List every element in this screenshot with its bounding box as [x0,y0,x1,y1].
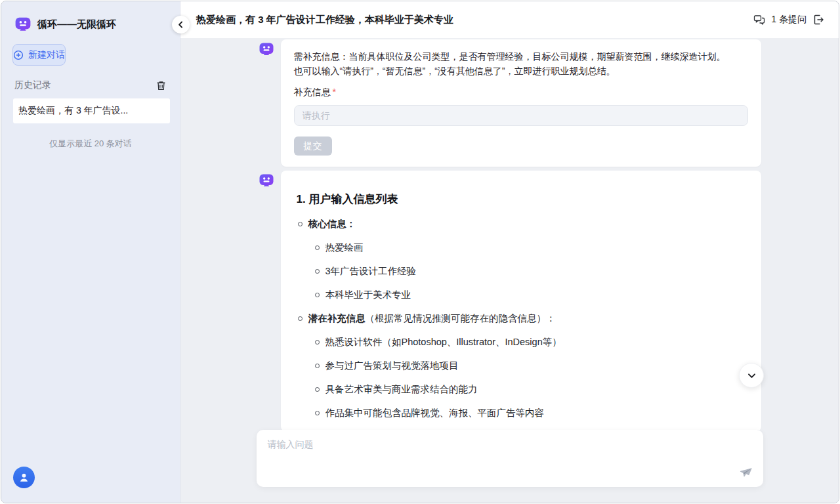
clear-history-button[interactable] [156,80,167,91]
form-message-line2: 也可以输入“请执行”，“暂无信息”，“没有其他信息了”，立即进行职业规划总结。 [294,64,748,78]
bot-avatar-icon [259,39,274,167]
question-count: 1 条提问 [771,14,807,26]
composer-box [257,430,763,487]
list-item: 作品集中可能包含品牌视觉、海报、平面广告等内容 [326,406,746,420]
trash-icon [156,80,167,91]
exit-button[interactable] [812,14,824,26]
list-item: 潜在补充信息（根据常见情况推测可能存在的隐含信息）： [308,312,746,326]
sidebar: 循环——无限循环 新建对话 历史记录 热爱绘画，有 3 年广告设... 仅显示最… [1,1,180,503]
app-title: 循环——无限循环 [37,18,116,31]
list-item: 具备艺术审美与商业需求结合的能力 [326,383,746,396]
summary-heading-1: 1. 用户输入信息列表 [297,192,746,207]
scroll-to-bottom-button[interactable] [739,363,764,388]
main-area: 热爱绘画，有 3 年广告设计工作经验，本科毕业于美术专业 1 条提问 [180,1,839,503]
list-item: 熟悉设计软件（如Photoshop、Illustrator、InDesign等） [326,335,746,349]
form-message-line1: 需补充信息：当前具体职位及公司类型，是否有管理经验，目标公司规模，期望薪资范围，… [294,49,748,64]
chevron-down-icon [747,371,757,381]
header-actions: 1 条提问 [753,14,824,26]
conversation-title: 热爱绘画，有 3 年广告设计工作经验，本科毕业于美术专业 [196,14,453,26]
person-icon [18,471,30,484]
composer-area [180,430,839,503]
summary-card: 1. 用户输入信息列表 核心信息： 热爱绘画 3年广告设计工作经验 本科毕业于美… [281,171,761,430]
bot-logo-icon [14,16,32,33]
form-card: 需补充信息：当前具体职位及公司类型，是否有管理经验，目标公司规模，期望薪资范围，… [281,39,761,167]
new-chat-button[interactable]: 新建对话 [12,44,66,66]
user-avatar[interactable] [13,467,35,488]
list-item: 本科毕业于美术专业 [326,288,746,302]
required-mark: * [333,87,336,97]
question-input[interactable] [257,430,763,487]
history-item[interactable]: 热爱绘画，有 3 年广告设... [13,98,170,123]
list-item: 核心信息： [308,217,746,231]
history-label: 历史记录 [14,79,51,91]
send-button[interactable] [738,465,753,480]
bot-avatar-icon [259,171,274,430]
paper-plane-icon [738,465,753,480]
summary-list: 核心信息： 热爱绘画 3年广告设计工作经验 本科毕业于美术专业 潜在补充信息（根… [308,217,746,420]
supplement-input[interactable] [294,105,748,126]
bot-message-form: 需补充信息：当前具体职位及公司类型，是否有管理经验，目标公司规模，期望薪资范围，… [259,39,761,167]
collapse-sidebar-button[interactable] [172,16,190,33]
history-header: 历史记录 [14,79,167,91]
history-note: 仅显示最近 20 条对话 [1,138,180,150]
list-item: 3年广告设计工作经验 [326,264,746,278]
bot-message-summary: 1. 用户输入信息列表 核心信息： 热爱绘画 3年广告设计工作经验 本科毕业于美… [259,171,761,430]
logout-icon [812,14,824,26]
list-item: 热爱绘画 [326,241,746,255]
plus-circle-icon [13,50,24,60]
app-window: 循环——无限循环 新建对话 历史记录 热爱绘画，有 3 年广告设... 仅显示最… [1,1,839,503]
brand: 循环——无限循环 [1,1,180,33]
field-label: 补充信息* [294,87,748,98]
chat-bubbles-icon [753,14,765,26]
conversation-header: 热爱绘画，有 3 年广告设计工作经验，本科毕业于美术专业 1 条提问 [180,1,839,38]
chevron-left-icon [177,20,185,29]
new-chat-label: 新建对话 [28,49,65,61]
list-item: 参与过广告策划与视觉落地项目 [326,359,746,373]
submit-button[interactable]: 提交 [294,136,332,156]
